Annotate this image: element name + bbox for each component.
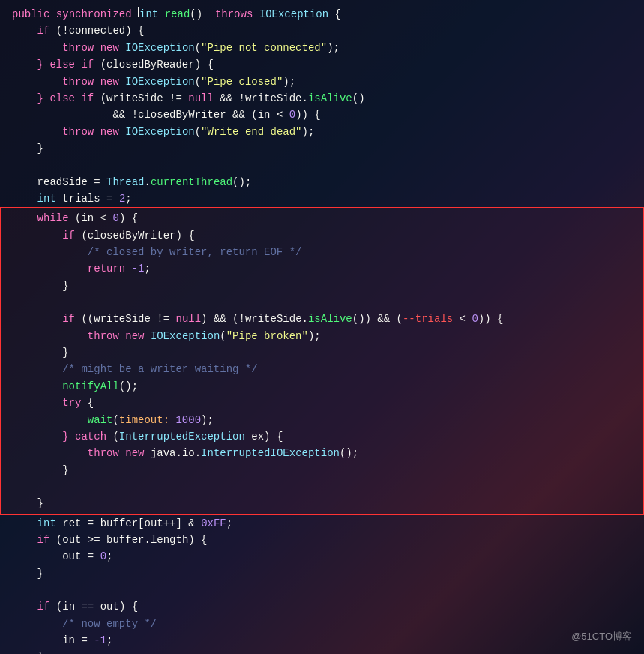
code-line: if (closedByWriter) { [1, 227, 643, 244]
code-line: } catch (InterruptedException ex) { [1, 428, 643, 445]
code-line: throw new IOException("Pipe closed"); [0, 74, 644, 90]
code-line: } [1, 278, 643, 294]
code-line: throw new java.io.InterruptedIOException… [1, 445, 643, 461]
code-line: throw new IOException("Pipe not connecte… [0, 40, 644, 56]
code-line: if ((writeSide != null) && (!writeSide.i… [1, 310, 643, 327]
code-line: } [0, 649, 644, 654]
code-line: } [0, 140, 644, 157]
code-line: } [1, 462, 643, 478]
code-line: if (!connected) { [0, 22, 644, 39]
code-line: readSide = Thread.currentThread(); [0, 174, 644, 190]
code-line: } else if (writeSide != null && !writeSi… [0, 90, 644, 106]
code-line: } [0, 566, 644, 582]
code-line: /* closed by writer, return EOF */ [1, 244, 643, 260]
code-line: wait(timeout: 1000); [1, 412, 643, 428]
code-line: out = 0; [0, 548, 644, 565]
code-line: int ret = buffer[out++] & 0xFF; [0, 515, 644, 532]
code-line: if (in == out) { [0, 598, 644, 615]
code-line: throw new IOException("Pipe broken"); [1, 328, 643, 344]
code-line [1, 478, 643, 495]
code-line: } else if (closedByReader) { [0, 56, 644, 73]
code-line [0, 582, 644, 598]
code-line: try { [1, 394, 643, 411]
code-line: while (in < 0) { [1, 210, 643, 226]
code-line: int trials = 2; [0, 190, 644, 207]
code-line: /* now empty */ [0, 616, 644, 632]
highlighted-code-block: while (in < 0) { if (closedByWriter) { /… [0, 207, 644, 514]
watermark: @51CTO博客 [571, 629, 632, 645]
code-line: } [1, 344, 643, 361]
code-line: return -1; [1, 260, 643, 277]
code-line [0, 158, 644, 174]
code-container: public synchronized int read() throws IO… [0, 0, 644, 654]
code-line [1, 294, 643, 310]
code-line: public synchronized int read() throws IO… [0, 6, 644, 22]
code-line: throw new IOException("Write end dead"); [0, 124, 644, 140]
code-line: && !closedByWriter && (in < 0)) { [0, 106, 644, 123]
code-line: in = -1; [0, 632, 644, 649]
code-line: /* might be a writer waiting */ [1, 361, 643, 377]
code-line: if (out >= buffer.length) { [0, 532, 644, 548]
code-line: notifyAll(); [1, 378, 643, 394]
code-line: } [1, 495, 643, 512]
